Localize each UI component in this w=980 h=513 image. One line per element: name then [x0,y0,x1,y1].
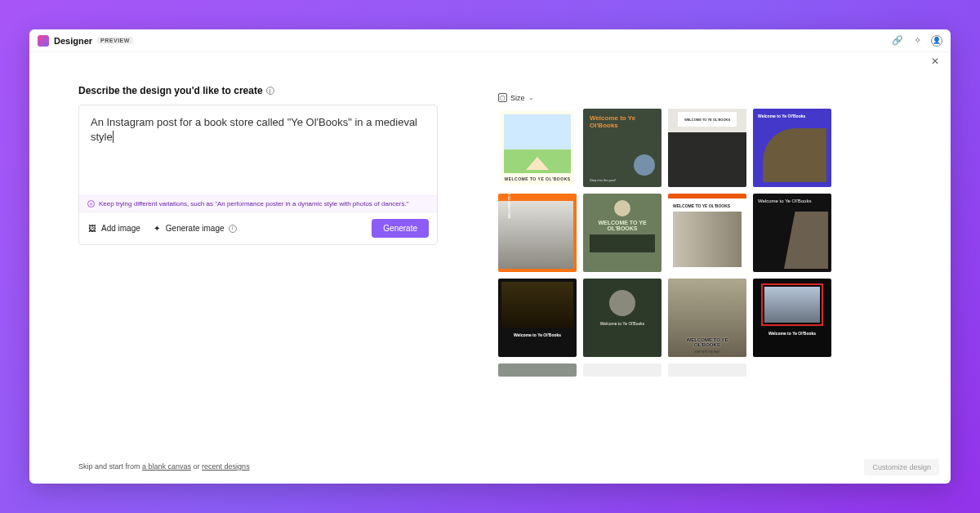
thumb-caption: Welcome to Ye Ol'Books [514,332,561,337]
aspect-icon: ▢ [498,93,507,102]
design-thumb[interactable]: Welcome to Ye Ol'Books [753,279,831,357]
thumb-caption: Welcome to Ye Ol'Books [600,321,645,326]
prompt-heading-text: Describe the design you'd like to create [78,85,263,96]
hint-text: Keep trying different variations, such a… [99,200,409,207]
prompt-box: An Instagram post for a book store calle… [78,105,438,245]
size-label: Size [510,94,525,102]
generate-button[interactable]: Generate [372,219,429,238]
prompt-textarea[interactable]: An Instagram post for a book store calle… [79,105,437,195]
design-thumb[interactable]: Welcome to Ye Ol'Books [583,279,662,357]
design-thumb[interactable]: WELCOME TO YE OL'BOOKS [498,109,577,187]
design-thumb[interactable]: WELCOME TO YE OL'BOOKS [498,194,577,272]
preview-badge: PREVIEW [97,37,133,44]
results-grid-wrap: WELCOME TO YE OL'BOOKS Welcome to Ye Ol'… [493,107,939,454]
generate-image-button[interactable]: ✦ Generate image i [152,224,237,234]
title-bar: Designer PREVIEW 🔗 ✧ 👤 [29,29,951,52]
thumb-caption: Welcome to Ye Ol'Books [590,115,655,130]
thumb-caption: WELCOME TO YE OL'BOOKS [507,194,511,219]
recent-designs-link[interactable]: recent designs [202,462,250,471]
generate-image-label: Generate image [166,224,225,233]
thumb-caption: WELCOME TO YE OL'BOOKS [590,220,655,231]
design-thumb-loading [668,364,746,377]
app-window: Designer PREVIEW 🔗 ✧ 👤 Describe the desi… [29,29,951,484]
image-icon: 🖼 [87,224,97,234]
profile-icon[interactable]: 👤 [931,35,942,47]
size-selector[interactable]: ▢ Size ⌄ [493,60,939,107]
thumb-caption: Welcome to Ye Ol'Books [768,331,816,336]
thumb-caption: WELCOME TO YE OL'BOOKS [673,337,742,347]
left-panel: Describe the design you'd like to create… [29,52,487,484]
lightbulb-icon: ✦ [87,200,95,207]
design-thumb-loading [583,364,662,377]
close-icon[interactable]: ✕ [931,56,939,67]
chevron-down-icon: ⌄ [528,94,534,101]
info-icon[interactable]: i [266,87,274,95]
app-logo-icon [38,35,49,47]
design-thumb[interactable]: WELCOME TO YE OL'BOOKS STEP INTO THE PAS… [668,279,746,357]
add-image-label: Add image [101,224,140,233]
design-thumb[interactable]: Welcome to Ye Ol'Books [498,279,577,357]
design-thumb[interactable]: Welcome to Ye Ol'Books [753,194,831,272]
thumb-subtext: STEP INTO THE PAST [668,350,746,354]
blank-canvas-link[interactable]: a blank canvas [142,462,191,471]
design-thumb-loading [498,364,577,377]
info-icon[interactable]: i [229,225,237,233]
thumb-subtext: Step into the past! [590,178,616,182]
bell-icon[interactable]: ✧ [911,35,923,47]
skip-mid: or [191,462,202,471]
thumb-caption: WELCOME TO YE OL'BOOKS [678,112,737,127]
results-grid: WELCOME TO YE OL'BOOKS Welcome to Ye Ol'… [493,107,939,444]
design-thumb[interactable]: Welcome to Ye Ol'Books Step into the pas… [583,109,662,187]
skip-prefix: Skip and start from [78,462,142,471]
main-content: Describe the design you'd like to create… [29,52,951,484]
action-row: 🖼 Add image ✦ Generate image i Generate [79,212,437,244]
design-thumb[interactable]: WELCOME TO YE OL'BOOKS [583,194,662,272]
prompt-value: An Instagram post for a book store calle… [91,116,417,143]
thumb-caption: WELCOME TO YE OL'BOOKS [504,173,571,181]
link-icon[interactable]: 🔗 [892,35,903,47]
hint-row: ✦ Keep trying different variations, such… [79,195,437,212]
thumb-caption: Welcome to Ye Ol'Books [758,199,826,203]
prompt-heading: Describe the design you'd like to create… [78,85,438,96]
add-image-button[interactable]: 🖼 Add image [87,224,140,234]
thumb-caption: Welcome to Ye Ol'Books [758,114,826,118]
customize-design-button[interactable]: Customize design [864,459,939,475]
design-thumb[interactable]: Welcome to Ye Ol'Books [753,109,831,187]
app-title: Designer [54,36,92,46]
skip-row: Skip and start from a blank canvas or re… [78,453,438,471]
design-thumb[interactable]: WELCOME TO YE OL'BOOKS [668,109,746,187]
right-panel: ✕ ▢ Size ⌄ WELCOME TO YE OL'BOOKS Welcom… [487,52,951,484]
sparkle-icon: ✦ [152,224,162,234]
design-thumb[interactable]: WELCOME TO YE OL'BOOKS [668,194,746,272]
thumb-caption: WELCOME TO YE OL'BOOKS [673,203,742,208]
